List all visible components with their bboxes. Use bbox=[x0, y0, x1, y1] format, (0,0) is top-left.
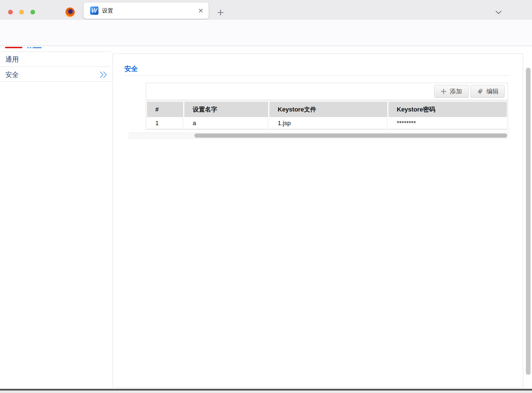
tab-close-icon[interactable] bbox=[198, 8, 204, 13]
column-header-setting-name[interactable]: 设置名字 bbox=[184, 102, 268, 117]
tab-title: 设置 bbox=[102, 3, 113, 19]
zoom-window-button[interactable] bbox=[30, 10, 35, 14]
window-bottom-strip bbox=[0, 390, 532, 393]
sidebar-item-security[interactable]: 安全 bbox=[0, 67, 112, 82]
new-tab-button[interactable] bbox=[216, 8, 226, 18]
close-window-button[interactable] bbox=[8, 10, 13, 14]
navigation-toolbar: 192.168.3.50:7001/ws_utc/config.do Burp bbox=[0, 20, 532, 46]
tab-strip: W 设置 bbox=[0, 0, 532, 20]
add-button-label: 添加 bbox=[450, 87, 462, 96]
table-row[interactable]: 1 a 1.jsp ******** bbox=[147, 118, 507, 129]
plus-icon bbox=[441, 89, 446, 94]
page-content: 通用 安全 安全 添加 bbox=[0, 46, 532, 393]
cell-keystore-file: 1.jsp bbox=[269, 118, 387, 129]
horizontal-scrollbar-track[interactable] bbox=[129, 133, 508, 139]
sidebar-item-label: 安全 bbox=[5, 71, 19, 78]
edit-button[interactable]: 编辑 bbox=[470, 85, 505, 98]
vertical-scrollbar-thumb[interactable] bbox=[526, 68, 531, 375]
heading-divider bbox=[124, 76, 510, 76]
grid-header-row: # 设置名字 Keystore文件 Keystore密码 bbox=[147, 102, 507, 117]
clipped-blue-header-fragment bbox=[33, 47, 42, 48]
firefox-icon bbox=[65, 8, 75, 17]
grid-toolbar: 添加 编辑 bbox=[146, 83, 508, 100]
cell-keystore-password: ******** bbox=[388, 118, 507, 129]
sidebar-item-general[interactable]: 通用 bbox=[0, 52, 112, 67]
weblogic-favicon-icon: W bbox=[90, 6, 98, 15]
sidebar-item-label: 通用 bbox=[5, 55, 19, 63]
keystore-grid: # 设置名字 Keystore文件 Keystore密码 1 a 1.jsp *… bbox=[146, 101, 508, 130]
edit-button-label: 编辑 bbox=[487, 87, 499, 96]
settings-panel: 安全 添加 编辑 # 设置名字 bbox=[113, 54, 523, 387]
tag-icon bbox=[477, 88, 483, 95]
column-header-keystore-password[interactable]: Keystore密码 bbox=[388, 102, 507, 117]
tab-overflow-chevron-icon[interactable] bbox=[493, 7, 504, 18]
clipped-red-header-fragment bbox=[5, 47, 22, 48]
page-title: 安全 bbox=[124, 64, 138, 73]
minimize-window-button[interactable] bbox=[19, 10, 24, 14]
add-button[interactable]: 添加 bbox=[434, 85, 469, 98]
cell-index: 1 bbox=[147, 118, 183, 129]
clipped-blue-header-fragment bbox=[30, 47, 31, 48]
cell-setting-name: a bbox=[184, 118, 268, 129]
column-header-keystore-file[interactable]: Keystore文件 bbox=[269, 102, 387, 117]
clipped-blue-header-fragment bbox=[27, 47, 29, 48]
horizontal-scrollbar-thumb[interactable] bbox=[194, 134, 507, 138]
expand-chevrons-icon bbox=[99, 71, 108, 79]
column-header-index[interactable]: # bbox=[147, 102, 183, 117]
browser-tab[interactable]: W 设置 bbox=[84, 3, 209, 19]
